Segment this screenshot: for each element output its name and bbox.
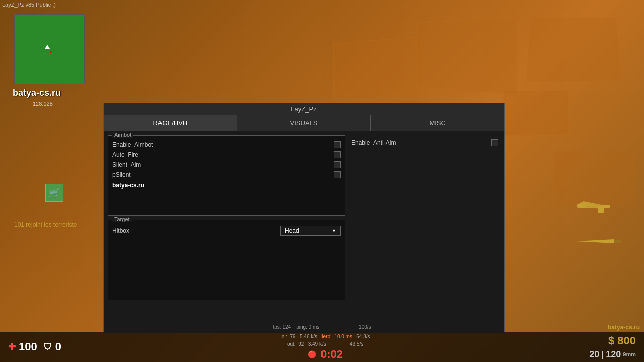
out-rate: 3.49 k/s [308,341,326,347]
tps-value: tps: 124 [273,324,291,330]
pistol-icon [574,194,614,218]
in-val: 79 [290,334,296,339]
hitbox-dropdown[interactable]: Head ▼ [280,226,341,236]
hud-health: ✚ 100 [8,340,37,353]
bottom-hud: ✚ 100 🛡 0 in : 79 5.46 k/s lerp: 10.0 ms… [0,332,644,362]
watermark-topleft: batya-cs.ru [13,87,61,98]
svg-rect-5 [614,240,621,243]
anti-aim-row: Enable_Anti-Aim [349,135,500,150]
minimap [14,14,85,84]
timer-row: 🔴 0:02 [308,348,343,361]
shop-icon[interactable]: 🛒 [45,184,63,202]
option-row-silent-aim: Silent_Aim [112,160,341,170]
option-label-silent-aim: Silent_Aim [112,161,141,168]
watermark-bottomright: batya-cs.ru [608,324,640,331]
knife-icon [574,234,624,250]
in-rate: 5.46 k/s [300,334,317,339]
hitbox-row: Hitbox Head ▼ [112,224,341,237]
menu-panel-title: LayZ_Pz [104,103,504,115]
svg-marker-4 [576,239,616,243]
health-icon: ✚ [8,341,16,352]
menu-panel: LayZ_Pz RAGE/HVH VISUALS MISC Aimbot Ena… [103,103,505,333]
svg-rect-3 [603,205,610,208]
checkbox-anti-aim[interactable] [491,139,498,146]
option-label-auto-fire: Auto_Fire [112,151,138,158]
checkbox-auto-fire[interactable] [334,151,341,158]
aimbot-section: Aimbot Enable_Aimbot Auto_Fire Silent_Ai… [108,135,345,216]
ammo-separator: | [601,349,604,360]
in-label: in : [281,334,287,339]
checkbox-enable-aimbot[interactable] [334,141,341,148]
ping-value: ping: 0 ms [296,324,319,330]
ammo-type: 9mm [623,351,636,357]
shield-icon: 🛡 [43,342,52,352]
health-value: 100 [19,340,37,353]
option-row-enable-aimbot: Enable_Aimbot [112,140,341,150]
timer-icon: 🔴 [308,350,316,358]
tab-visuals[interactable]: VISUALS [237,115,371,131]
minimap-player-icon [45,45,50,49]
svg-rect-1 [577,204,586,208]
lerp-label: lerp: [321,334,331,339]
hud-right: $ 800 20 | 120 9mm [581,334,644,360]
ip-display: 128.128 [33,101,53,107]
ammo-total: 120 [606,349,621,360]
tab-misc[interactable]: MISC [371,115,504,131]
option-row-auto-fire: Auto_Fire [112,150,341,160]
checkbox-silent-aim[interactable] [334,161,341,168]
right-panel: Enable_Anti-Aim [349,135,500,328]
tps-ping-bar: tps: 124 ping: 0 ms 100/s [0,324,644,330]
target-section: Target Hitbox Head ▼ [108,220,345,300]
join-message: 101 rejoint les terroriste [14,221,77,228]
checkbox-psilent[interactable] [334,171,341,178]
hitbox-value: Head [285,227,299,234]
option-row-psilent: pSilent [112,170,341,180]
option-label-enable-aimbot: Enable_Aimbot [112,141,153,148]
anti-aim-label: Enable_Anti-Aim [351,139,396,146]
tab-rage-hvh[interactable]: RAGE/HVH [104,115,237,131]
out-val: 92 [298,341,304,347]
money-symbol: $ [608,334,614,347]
title-bar: LayZ_Pz v85 Public ;) [0,0,644,9]
shield-value: 0 [55,340,61,353]
option-label-watermark: batya-cs.ru [112,182,144,189]
ammo-current: 20 [589,349,599,360]
extra-rate1: 43.5/s [350,341,363,347]
hitbox-label: Hitbox [112,227,129,234]
tab-bar: RAGE/HVH VISUALS MISC [104,115,504,131]
window-title: LayZ_Pz v85 Public ;) [2,2,56,8]
money-display: $ 800 [608,334,636,347]
ammo-display: 20 | 120 9mm [589,349,636,360]
net-stats: in : 79 5.46 k/s lerp: 10.0 ms 64.8/s ou… [281,333,370,348]
lerp-val: 10.0 ms [334,334,352,339]
panel-content: Aimbot Enable_Aimbot Auto_Fire Silent_Ai… [104,131,504,332]
lerp-rate: 64.8/s [356,334,370,339]
target-section-label: Target [112,216,132,222]
hud-left: ✚ 100 🛡 0 [0,340,69,353]
option-row-watermark: batya-cs.ru [112,180,341,190]
option-label-psilent: pSilent [112,171,131,178]
aimbot-section-label: Aimbot [112,132,133,138]
timer-value: 0:02 [320,348,343,361]
out-label: out: [287,341,296,347]
dropdown-arrow: ▼ [332,228,336,233]
minimap-dot [50,51,52,53]
left-panel: Aimbot Enable_Aimbot Auto_Fire Silent_Ai… [108,135,345,328]
fps-value: 100/s [359,324,371,330]
hud-center: in : 79 5.46 k/s lerp: 10.0 ms 64.8/s ou… [69,333,581,361]
hud-shield: 🛡 0 [43,340,61,353]
money-value: 800 [617,334,636,347]
